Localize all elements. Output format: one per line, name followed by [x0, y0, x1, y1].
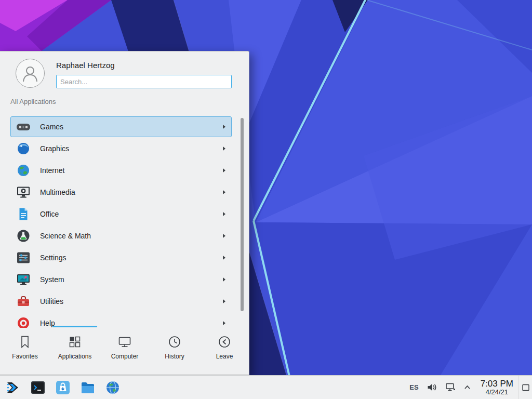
expand-tray-icon[interactable]: [464, 384, 471, 391]
software-center-launcher[interactable]: [54, 379, 72, 396]
submenu-arrow-icon: [223, 256, 225, 260]
category-internet[interactable]: Internet: [0, 159, 249, 181]
category-label: System: [40, 275, 64, 284]
category-label: Graphics: [40, 144, 69, 153]
category-science-math[interactable]: Science & Math: [0, 225, 249, 247]
category-label: Office: [40, 210, 59, 218]
taskbar: ES 7:03 PM 4/24/21: [0, 375, 532, 399]
tab-computer[interactable]: Computer: [100, 326, 150, 375]
show-desktop-button[interactable]: [518, 376, 532, 399]
bookmark-icon: [18, 335, 32, 349]
category-label: Multimedia: [40, 188, 75, 196]
launcher-tabbar: Favorites Applications Computer History: [0, 326, 249, 375]
list-scrollbar[interactable]: [241, 118, 244, 311]
category-games[interactable]: Games: [0, 116, 249, 138]
user-avatar[interactable]: [16, 59, 45, 88]
submenu-arrow-icon: [223, 212, 225, 216]
submenu-arrow-icon: [223, 299, 225, 303]
submenu-arrow-icon: [223, 277, 225, 282]
submenu-arrow-icon: [223, 125, 225, 129]
category-label: Utilities: [40, 297, 63, 305]
discover-icon: [55, 380, 71, 395]
taskbar-launchers: [0, 379, 122, 396]
network-icon[interactable]: [445, 382, 456, 393]
office-icon: [16, 207, 31, 221]
utilities-icon: [16, 294, 31, 309]
category-system[interactable]: System: [0, 269, 249, 290]
system-icon: [16, 272, 31, 287]
submenu-arrow-icon: [223, 321, 225, 325]
terminal-launcher[interactable]: [29, 379, 47, 396]
keyboard-layout-indicator[interactable]: ES: [409, 383, 418, 391]
system-tray: ES 7:03 PM 4/24/21: [409, 379, 518, 396]
category-label: Internet: [40, 166, 64, 175]
category-multimedia[interactable]: Multimedia: [0, 181, 249, 203]
category-office[interactable]: Office: [0, 203, 249, 225]
file-manager-icon: [80, 380, 96, 395]
internet-icon: [16, 163, 31, 178]
category-label: Help: [40, 319, 55, 327]
tab-history[interactable]: History: [150, 326, 200, 375]
help-icon: [16, 316, 31, 328]
category-list: Games Graphics Internet Multimedia: [0, 116, 249, 328]
app-grid-icon: [68, 335, 82, 349]
clock-date: 4/24/21: [481, 389, 513, 396]
history-icon: [167, 335, 182, 349]
clock-time: 7:03 PM: [481, 379, 513, 389]
user-name: Raphael Hertzog: [56, 61, 241, 70]
search-input[interactable]: [56, 75, 232, 88]
active-tab-indicator: [52, 326, 97, 327]
user-icon: [20, 63, 41, 84]
kickoff-icon: [5, 380, 21, 395]
games-icon: [16, 119, 31, 134]
science-icon: [16, 229, 31, 243]
tab-favorites[interactable]: Favorites: [0, 326, 50, 375]
terminal-icon: [30, 380, 46, 395]
settings-icon: [16, 250, 31, 265]
file-manager-launcher[interactable]: [79, 379, 97, 396]
category-label: Science & Math: [40, 232, 91, 240]
submenu-arrow-icon: [223, 190, 225, 194]
category-settings[interactable]: Settings: [0, 247, 249, 269]
category-utilities[interactable]: Utilities: [0, 290, 249, 312]
computer-icon: [117, 335, 132, 349]
section-label: All Applications: [0, 94, 249, 105]
multimedia-icon: [16, 185, 31, 200]
app-launcher-button[interactable]: [4, 379, 22, 396]
submenu-arrow-icon: [223, 147, 225, 151]
web-browser-launcher[interactable]: [104, 379, 122, 396]
show-desktop-icon: [522, 383, 530, 392]
tab-leave[interactable]: Leave: [200, 326, 249, 375]
category-label: Settings: [40, 254, 66, 262]
web-browser-icon: [105, 380, 121, 395]
graphics-icon: [16, 141, 31, 156]
application-launcher-menu: Raphael Hertzog All Applications Games G…: [0, 51, 249, 375]
category-graphics[interactable]: Graphics: [0, 138, 249, 159]
leave-icon: [217, 335, 232, 349]
launcher-header: Raphael Hertzog: [0, 51, 249, 94]
volume-icon[interactable]: [427, 382, 437, 393]
submenu-arrow-icon: [223, 168, 225, 172]
clock[interactable]: 7:03 PM 4/24/21: [481, 379, 513, 396]
submenu-arrow-icon: [223, 234, 225, 238]
category-label: Games: [40, 123, 63, 131]
tab-applications[interactable]: Applications: [50, 326, 100, 375]
